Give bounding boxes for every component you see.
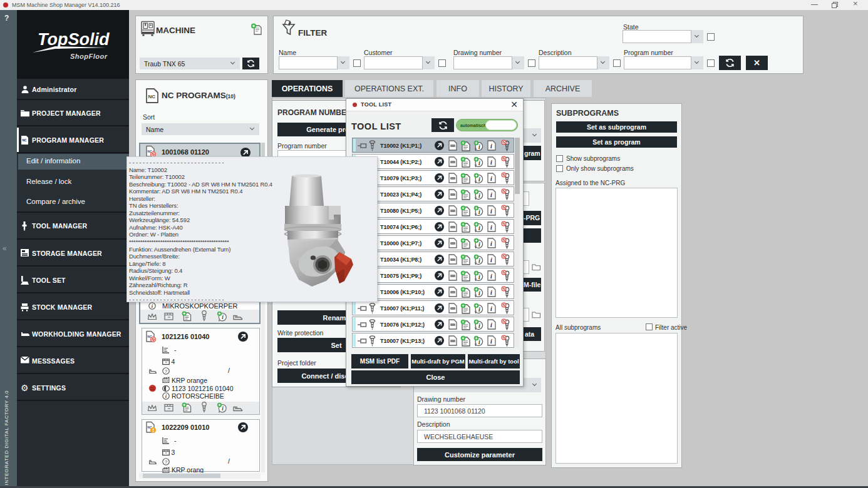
- svg-text:i: i: [478, 306, 480, 313]
- svg-text:i: i: [478, 241, 480, 248]
- svg-text:i: i: [490, 305, 492, 312]
- svg-text:i: i: [490, 143, 492, 150]
- svg-text:i: i: [478, 257, 480, 264]
- svg-text:i: i: [478, 208, 480, 215]
- svg-text:i: i: [478, 322, 480, 329]
- svg-text:NC: NC: [148, 94, 156, 99]
- svg-text:?: ?: [165, 459, 168, 465]
- svg-text:i: i: [478, 192, 480, 199]
- svg-text:i: i: [165, 393, 167, 399]
- svg-text:i: i: [490, 191, 492, 198]
- svg-text:i: i: [478, 273, 480, 280]
- svg-text:i: i: [490, 273, 492, 280]
- svg-text:i: i: [490, 257, 492, 263]
- svg-text:i: i: [478, 338, 480, 345]
- svg-text:i: i: [478, 225, 480, 231]
- svg-text:i: i: [490, 208, 492, 215]
- svg-text:i: i: [490, 159, 492, 166]
- svg-text:i: i: [490, 224, 492, 231]
- svg-text:i: i: [478, 290, 480, 297]
- svg-text:i: i: [490, 289, 492, 296]
- svg-text:i: i: [152, 303, 153, 309]
- svg-text:?: ?: [165, 369, 168, 374]
- svg-text:NC: NC: [23, 138, 28, 142]
- svg-text:i: i: [490, 338, 492, 345]
- svg-text:i: i: [490, 322, 492, 328]
- svg-text:i: i: [222, 314, 224, 320]
- svg-text:i: i: [490, 175, 492, 182]
- svg-text:i: i: [478, 143, 480, 150]
- svg-text:i: i: [478, 160, 480, 166]
- svg-text:i: i: [490, 240, 492, 247]
- svg-text:i: i: [222, 405, 224, 412]
- svg-text:i: i: [478, 176, 480, 183]
